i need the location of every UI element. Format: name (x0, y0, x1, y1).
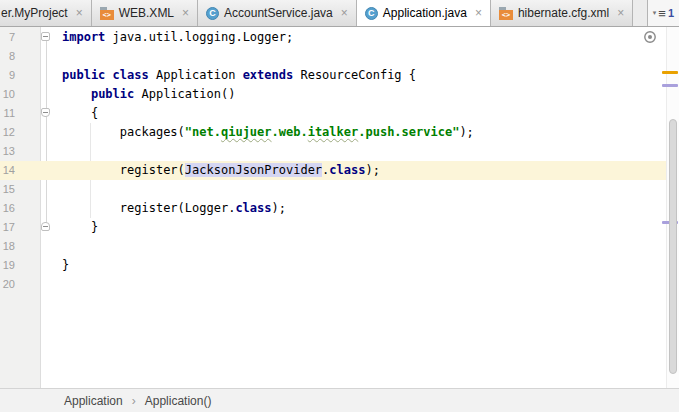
close-icon[interactable]: × (76, 7, 83, 19)
code-line[interactable]: 19} (0, 256, 666, 275)
token-string: .push.service" (358, 125, 459, 139)
token-keyword: class (235, 201, 271, 215)
tab-overflow-button[interactable]: ▾ ≡ 1 (647, 0, 679, 26)
line-number: 14 (0, 161, 15, 180)
code-line[interactable]: 13 (0, 142, 666, 161)
breadcrumb-item-application[interactable]: Application() (145, 394, 212, 408)
code-text[interactable]: { (60, 104, 666, 123)
code-line[interactable]: 12 packages("net.qiujuer.web.italker.pus… (0, 123, 666, 142)
code-line[interactable]: 20 (0, 275, 666, 294)
fold-marker-icon[interactable] (41, 32, 50, 41)
code-text[interactable] (60, 275, 666, 294)
code-text[interactable]: packages("net.qiujuer.web.italker.push.s… (60, 123, 666, 142)
code-line[interactable]: 16 register(Logger.class); (0, 199, 666, 218)
line-number: 16 (0, 199, 15, 218)
line-number: 19 (0, 256, 15, 275)
code-text[interactable]: public Application() (60, 85, 666, 104)
tab-list-icon: ≡ (658, 6, 666, 21)
fold-gutter-cell (15, 218, 60, 237)
token-identifier-highlighted: JacksonJsonProvider (185, 163, 322, 177)
tab-er-myproject[interactable]: er.MyProject× (0, 0, 92, 26)
fold-gutter-cell (15, 123, 60, 142)
hidden-tab-count: 1 (668, 7, 674, 19)
fold-gutter-cell (15, 142, 60, 161)
tab-label: er.MyProject (1, 6, 68, 20)
code-text[interactable]: import java.util.logging.Logger; (60, 28, 666, 47)
tab-label: WEB.XML (119, 6, 174, 20)
token-plain: } (62, 220, 98, 234)
token-plain (105, 68, 112, 82)
code-editor[interactable]: 7import java.util.logging.Logger;89publi… (0, 27, 679, 388)
token-keyword: class (113, 68, 149, 82)
fold-gutter-cell (15, 237, 60, 256)
token-keyword: import (62, 30, 105, 44)
scrollbar-thumb[interactable] (669, 119, 677, 374)
code-line[interactable]: 7import java.util.logging.Logger; (0, 28, 666, 47)
tab-label: Application.java (383, 6, 467, 20)
line-number: 10 (0, 85, 15, 104)
line-number: 13 (0, 142, 15, 161)
code-line[interactable]: 15 (0, 180, 666, 199)
fold-gutter-cell (15, 256, 60, 275)
xml-file-icon: <> (499, 6, 513, 20)
fold-gutter-cell (15, 180, 60, 199)
line-number: 12 (0, 123, 15, 142)
tab-bar-spacer (633, 0, 646, 26)
xml-file-icon: <> (100, 6, 114, 20)
code-text[interactable]: register(JacksonJsonProvider.class); (60, 161, 666, 180)
tab-hibernate-cfg-xml[interactable]: <>hibernate.cfg.xml× (491, 0, 633, 26)
code-text[interactable]: } (60, 218, 666, 237)
fold-marker-icon[interactable] (41, 108, 50, 117)
code-line[interactable]: 17 } (0, 218, 666, 237)
token-plain: ); (272, 201, 286, 215)
line-number: 20 (0, 275, 15, 294)
breadcrumb-item-application[interactable]: Application (64, 394, 123, 408)
close-icon[interactable]: × (617, 7, 624, 19)
code-line[interactable]: 11 { (0, 104, 666, 123)
code-line-current[interactable]: 14 register(JacksonJsonProvider.class); (0, 161, 666, 180)
token-string-typo: qiujuer (221, 125, 272, 139)
breadcrumb-separator-icon: › (132, 394, 136, 408)
tab-application-java[interactable]: CApplication.java× (357, 0, 491, 26)
code-text[interactable]: } (60, 256, 666, 275)
line-number: 17 (0, 218, 15, 237)
chevron-down-icon: ▾ (653, 9, 657, 17)
code-text[interactable] (60, 180, 666, 199)
token-keyword: class (329, 163, 365, 177)
code-text[interactable]: register(Logger.class); (60, 199, 666, 218)
close-icon[interactable]: × (341, 7, 348, 19)
error-stripe-mark (662, 84, 678, 87)
code-text[interactable] (60, 237, 666, 256)
fold-gutter-cell (15, 85, 60, 104)
line-number: 15 (0, 180, 15, 199)
token-string: "net. (185, 125, 221, 139)
fold-marker-icon[interactable] (41, 222, 50, 231)
tab-accountservice-java[interactable]: CAccountService.java× (198, 0, 357, 26)
token-keyword: extends (243, 68, 294, 82)
tab-label: AccountService.java (224, 6, 333, 20)
fold-gutter-cell (15, 47, 60, 66)
code-text[interactable] (60, 142, 666, 161)
close-icon[interactable]: × (182, 7, 189, 19)
editor-tab-bar: er.MyProject×<>WEB.XML×CAccountService.j… (0, 0, 679, 27)
token-string-typo: italker (308, 125, 359, 139)
code-text[interactable] (60, 47, 666, 66)
code-line[interactable]: 9public class Application extends Resour… (0, 66, 666, 85)
tab-web-xml[interactable]: <>WEB.XML× (92, 0, 198, 26)
code-text[interactable]: public class Application extends Resourc… (60, 66, 666, 85)
fold-gutter-cell (15, 199, 60, 218)
scrollbar-track[interactable] (666, 27, 679, 388)
code-line[interactable]: 18 (0, 237, 666, 256)
java-class-icon: C (365, 7, 378, 20)
token-plain: ); (365, 163, 379, 177)
token-plain: } (62, 258, 69, 272)
close-icon[interactable]: × (475, 7, 482, 19)
token-plain (62, 87, 91, 101)
token-plain: java.util.logging.Logger; (105, 30, 293, 44)
fold-gutter-cell (15, 28, 60, 47)
line-number: 9 (0, 66, 15, 85)
line-number: 7 (0, 28, 15, 47)
inspections-eye-icon[interactable] (643, 30, 657, 44)
code-line[interactable]: 10 public Application() (0, 85, 666, 104)
code-line[interactable]: 8 (0, 47, 666, 66)
